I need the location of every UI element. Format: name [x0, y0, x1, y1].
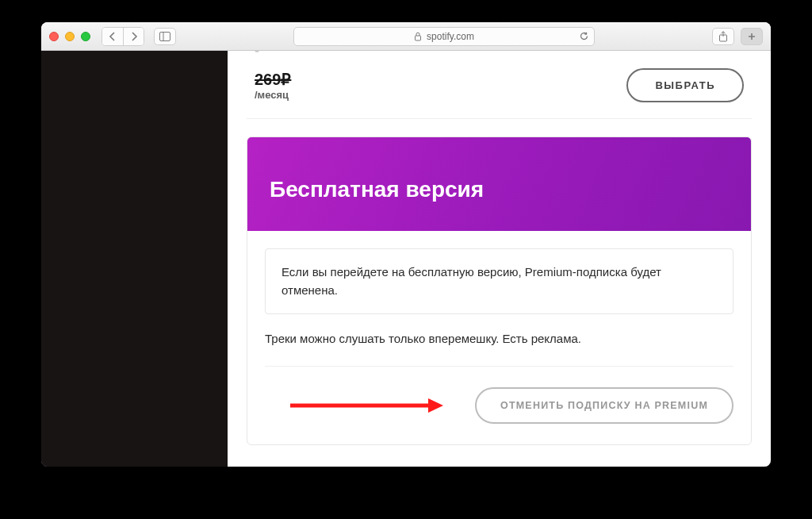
address-text: spotify.com [427, 31, 474, 42]
premium-plan-footer: 269₽ /месяц ВЫБРАТЬ [247, 57, 752, 119]
choose-plan-button[interactable]: ВЫБРАТЬ [626, 68, 744, 102]
browser-titlebar: spotify.com [41, 22, 771, 51]
annotation-arrow-icon [289, 396, 443, 415]
address-bar[interactable]: spotify.com [293, 27, 595, 46]
svg-rect-0 [160, 32, 170, 40]
lock-icon [414, 32, 422, 41]
free-plan-header: Бесплатная версия [247, 137, 751, 231]
reload-button[interactable] [579, 31, 589, 41]
forward-button[interactable] [123, 28, 144, 45]
safari-browser-window: spotify.com 269₽ /месяц [41, 22, 771, 467]
divider [265, 366, 733, 367]
free-plan-title: Бесплатная версия [270, 177, 729, 202]
spotify-sidebar [41, 51, 228, 467]
price-struck: 269₽ [255, 70, 291, 89]
cancel-row: ОТМЕНИТЬ ПОДПИСКУ НА PREMIUM [265, 387, 733, 424]
share-button[interactable] [712, 28, 734, 45]
downgrade-notice: Если вы перейдете на бесплатную версию, … [265, 248, 733, 314]
close-window-button[interactable] [49, 32, 59, 41]
webpage-viewport: 269₽ /месяц ВЫБРАТЬ Бесплатная версия Ес… [41, 51, 771, 467]
svg-rect-2 [416, 36, 421, 40]
new-tab-button[interactable] [741, 28, 763, 45]
back-button[interactable] [102, 28, 123, 45]
price-block: 269₽ /месяц [255, 70, 291, 101]
navigation-buttons [102, 27, 144, 46]
maximize-window-button[interactable] [81, 32, 90, 41]
free-plan-body: Если вы перейдете на бесплатную версию, … [247, 231, 751, 444]
spotify-content[interactable]: 269₽ /месяц ВЫБРАТЬ Бесплатная версия Ес… [228, 51, 771, 467]
cancel-premium-button[interactable]: ОТМЕНИТЬ ПОДПИСКУ НА PREMIUM [475, 387, 733, 424]
price-period: /месяц [255, 89, 291, 101]
svg-marker-8 [428, 398, 443, 413]
free-plan-card: Бесплатная версия Если вы перейдете на б… [247, 136, 752, 445]
window-controls [49, 32, 90, 41]
minimize-window-button[interactable] [65, 32, 75, 41]
free-plan-description: Треки можно слушать только вперемешку. Е… [265, 332, 733, 345]
sidebar-toggle-button[interactable] [154, 28, 176, 45]
right-toolbar [712, 28, 763, 45]
previous-card-cutoff [247, 51, 752, 57]
